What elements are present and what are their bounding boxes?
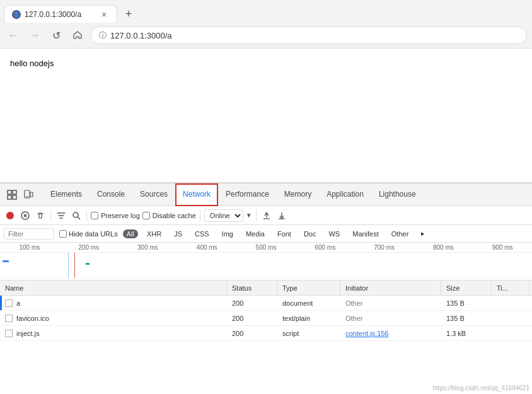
timeline: 100 ms 200 ms 300 ms 400 ms 500 ms 600 m… xyxy=(0,243,532,281)
cell-status-inject: 200 xyxy=(227,326,277,340)
filter-font-button[interactable]: Font xyxy=(274,229,295,238)
tab-close-button[interactable]: × xyxy=(99,9,109,20)
svg-rect-3 xyxy=(8,190,11,194)
left-indicator xyxy=(0,296,2,310)
cell-size-a: 135 B xyxy=(441,296,492,310)
separator-3 xyxy=(200,210,200,221)
svg-point-14 xyxy=(73,212,78,217)
page-content: hello nodejs xyxy=(0,49,532,183)
filter-media-button[interactable]: Media xyxy=(242,229,269,238)
cell-name-a: a xyxy=(0,296,227,310)
record-button[interactable] xyxy=(4,209,16,222)
filter-all-button[interactable]: All xyxy=(123,229,138,238)
new-tab-button[interactable]: + xyxy=(120,5,137,23)
svg-point-10 xyxy=(6,212,14,219)
timeline-label-800: 800 ms xyxy=(413,244,473,251)
timeline-label-200: 200 ms xyxy=(59,244,119,251)
disable-cache-checkbox-label[interactable]: Disable cache xyxy=(142,212,196,219)
filter-bar: Hide data URLs All XHR JS CSS Img Media … xyxy=(0,225,532,243)
timeline-label-500: 500 ms xyxy=(236,244,296,251)
filter-button[interactable] xyxy=(55,209,67,222)
address-bar: ← → ↺ ⓘ 127.0.0.1:3000/a xyxy=(0,23,532,48)
tab-network[interactable]: Network xyxy=(175,183,218,206)
active-tab[interactable]: 127.0.0.1:3000/a × xyxy=(4,5,117,23)
preserve-log-checkbox[interactable] xyxy=(91,212,98,219)
row-checkbox-favicon[interactable] xyxy=(5,315,13,322)
back-button[interactable]: ← xyxy=(5,27,21,43)
timeline-bar-teal xyxy=(86,263,90,265)
tab-title: 127.0.0.1:3000/a xyxy=(25,10,95,19)
preserve-log-checkbox-label[interactable]: Preserve log xyxy=(91,212,140,219)
clear-button[interactable] xyxy=(34,209,47,222)
tab-application[interactable]: Application xyxy=(319,183,371,206)
filter-input[interactable] xyxy=(4,228,54,240)
filter-other-button[interactable]: Other xyxy=(388,229,413,238)
tab-memory[interactable]: Memory xyxy=(277,183,319,206)
timeline-bar-blue xyxy=(3,260,9,262)
cell-status-a: 200 xyxy=(227,296,277,310)
reload-button[interactable]: ↺ xyxy=(48,27,64,43)
svg-rect-4 xyxy=(13,190,16,194)
tab-console[interactable]: Console xyxy=(90,183,132,206)
timeline-label-300: 300 ms xyxy=(119,244,178,251)
throttle-chevron-icon: ▼ xyxy=(246,212,252,219)
device-toolbar-icon[interactable] xyxy=(21,188,35,202)
svg-line-15 xyxy=(78,217,80,219)
disable-cache-checkbox[interactable] xyxy=(142,212,150,219)
cell-status-favicon: 200 xyxy=(227,311,277,325)
tab-elements[interactable]: Elements xyxy=(43,183,90,206)
col-header-type: Type xyxy=(277,281,340,295)
row-checkbox-a[interactable] xyxy=(5,299,13,307)
table-row[interactable]: a 200 document Other 135 B xyxy=(0,296,532,311)
filter-xhr-button[interactable]: XHR xyxy=(143,229,165,238)
devtools-tab-bar: Elements Console Sources Network Perform… xyxy=(0,183,532,206)
col-header-initiator: Initiator xyxy=(340,281,441,295)
col-header-size: Size xyxy=(441,281,492,295)
timeline-vline-red xyxy=(74,253,75,278)
col-header-name: Name xyxy=(0,281,227,295)
row-checkbox-inject[interactable] xyxy=(5,330,13,337)
inspect-element-icon[interactable] xyxy=(5,188,19,202)
tab-favicon xyxy=(12,10,21,19)
forward-button[interactable]: → xyxy=(26,27,43,43)
tab-lighthouse[interactable]: Lighthouse xyxy=(371,183,424,206)
table-row[interactable]: favicon.ico 200 text/plain Other 135 B xyxy=(0,311,532,326)
filter-doc-button[interactable]: Doc xyxy=(300,229,320,238)
download-button[interactable] xyxy=(275,209,288,222)
watermark: https://blog.csdn.net/qq_41684621 xyxy=(433,385,529,391)
timeline-bars xyxy=(0,253,532,278)
hide-data-urls-label[interactable]: Hide data URLs xyxy=(59,230,118,238)
url-bar[interactable]: ⓘ 127.0.0.1:3000/a xyxy=(91,26,527,44)
svg-rect-6 xyxy=(13,195,16,199)
col-header-status: Status xyxy=(227,281,277,295)
tab-performance[interactable]: Performance xyxy=(218,183,277,206)
filter-more-button[interactable]: ▸ xyxy=(417,229,429,238)
timeline-label-900: 900 ms xyxy=(473,244,532,251)
network-table: Name Status Type Initiator Size Ti... a … xyxy=(0,281,532,394)
filter-ws-button[interactable]: WS xyxy=(325,229,344,238)
table-row[interactable]: inject.js 200 script content.js:156 1.3 … xyxy=(0,326,532,341)
search-button[interactable] xyxy=(70,209,83,222)
home-button[interactable] xyxy=(69,27,86,43)
cell-time-a xyxy=(492,296,529,310)
timeline-label-400: 400 ms xyxy=(177,244,236,251)
tab-sources[interactable]: Sources xyxy=(132,183,175,206)
cell-size-favicon: 135 B xyxy=(441,311,492,325)
timeline-label-700: 700 ms xyxy=(355,244,414,251)
separator-2 xyxy=(86,210,87,221)
devtools-panel: Elements Console Sources Network Perform… xyxy=(0,183,532,394)
cell-initiator-favicon: Other xyxy=(340,311,441,325)
upload-button[interactable] xyxy=(260,209,273,222)
stop-button[interactable] xyxy=(19,209,32,222)
cell-time-inject xyxy=(492,326,529,340)
filter-img-button[interactable]: Img xyxy=(218,229,237,238)
filter-js-button[interactable]: JS xyxy=(170,229,186,238)
timeline-label-600: 600 ms xyxy=(296,244,355,251)
throttle-select[interactable]: Online xyxy=(204,209,243,222)
hide-data-urls-checkbox[interactable] xyxy=(59,230,67,238)
tab-bar: 127.0.0.1:3000/a × + xyxy=(0,0,532,23)
filter-css-button[interactable]: CSS xyxy=(191,229,213,238)
separator-1 xyxy=(50,210,51,221)
filter-manifest-button[interactable]: Manifest xyxy=(349,229,383,238)
initiator-link[interactable]: content.js:156 xyxy=(345,330,389,337)
